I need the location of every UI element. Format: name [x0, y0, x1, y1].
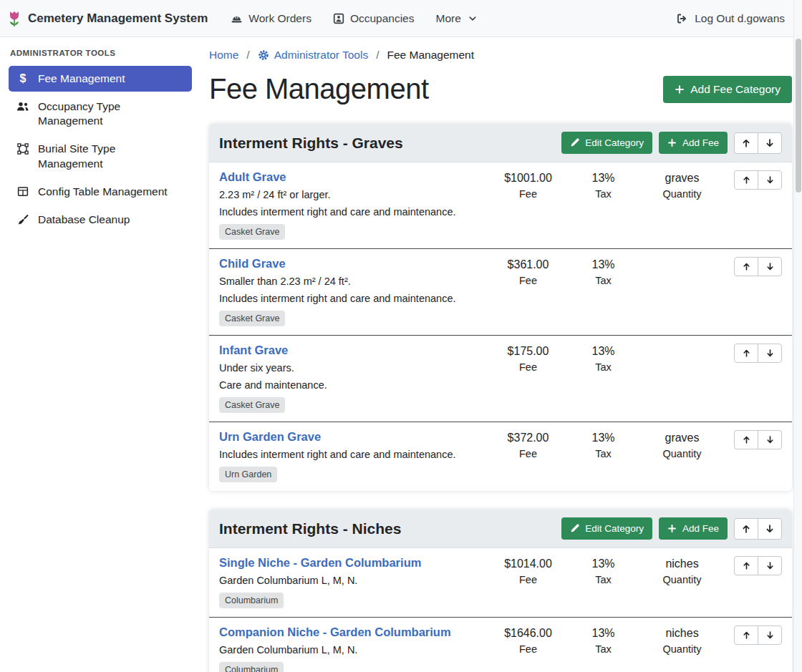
fee-details: Single Niche - Garden Columbarium Garden… — [219, 556, 491, 608]
arrow-up-icon — [742, 435, 751, 444]
fee-description: Smaller than 2.23 m² / 24 ft². — [219, 274, 483, 289]
move-fee-up-button[interactable] — [734, 257, 758, 276]
fee-name-link[interactable]: Infant Grave — [219, 344, 288, 357]
fee-tax-label: Tax — [566, 643, 641, 655]
fee-amount-cell: $175.00 Fee — [491, 344, 566, 373]
breadcrumb-administrator-tools[interactable]: Administrator Tools — [258, 49, 369, 62]
fee-tax-cell: 13% Tax — [566, 257, 641, 286]
tulip-logo-icon — [7, 9, 21, 28]
scrollbar-thumb[interactable] — [796, 39, 801, 193]
fee-details: Child Grave Smaller than 2.23 m² / 24 ft… — [219, 257, 491, 326]
app-brand[interactable]: Cemetery Management System — [7, 9, 208, 28]
arrow-up-icon — [741, 138, 751, 148]
sidebar-nav: $ Fee Management Occupancy Type Manageme… — [9, 66, 192, 233]
fee-amount-cell: $372.00 Fee — [491, 430, 566, 459]
breadcrumb: Home / Administrator Tools / Fee Managem… — [209, 49, 792, 62]
main-content: Home / Administrator Tools / Fee Managem… — [200, 37, 802, 672]
fee-amount-cell: $1014.00 Fee — [491, 556, 566, 585]
pencil-icon — [570, 524, 579, 533]
nav-occupancies[interactable]: Occupancies — [333, 12, 415, 25]
sidebar-item-database-cleanup[interactable]: Database Cleanup — [9, 207, 192, 233]
fee-tax: 13% — [566, 258, 641, 271]
move-fee-up-button[interactable] — [734, 556, 758, 575]
sidebar-item-burial-site-type-management[interactable]: Burial Site Type Management — [9, 136, 192, 176]
fee-type-badge: Casket Grave — [219, 224, 285, 240]
nav-more[interactable]: More — [436, 12, 477, 25]
fee-tax: 13% — [566, 557, 641, 570]
fee-quantity-label: Quantity — [641, 448, 723, 459]
add-fee-category-button[interactable]: Add Fee Category — [663, 76, 792, 103]
move-category-up-button[interactable] — [734, 132, 758, 154]
sidebar-item-occupancy-type-management[interactable]: Occupancy Type Management — [9, 94, 192, 134]
edit-category-button[interactable]: Edit Category — [561, 132, 652, 154]
fee-quantity: graves — [641, 432, 723, 444]
category-header: Interment Rights - Niches Edit Category … — [209, 510, 792, 548]
fee-reorder-buttons — [723, 344, 782, 363]
arrow-up-icon — [742, 175, 751, 185]
fee-quantity-label: Quantity — [641, 188, 723, 200]
fee-quantity-cell: graves Quantity — [641, 170, 723, 200]
nav-work-orders[interactable]: Work Orders — [231, 12, 311, 25]
page-title: Fee Management — [209, 73, 429, 105]
move-category-up-button[interactable] — [734, 518, 758, 540]
move-fee-down-button[interactable] — [758, 257, 782, 276]
logout-link[interactable]: Log Out d.gowans — [676, 12, 785, 25]
breadcrumb-home[interactable]: Home — [209, 49, 238, 62]
move-category-down-button[interactable] — [758, 132, 782, 154]
fee-quantity-cell: graves Quantity — [641, 430, 723, 459]
fee-amount-cell: $1646.00 Fee — [491, 625, 566, 655]
fee-details: Companion Niche - Garden Columbarium Gar… — [219, 625, 491, 672]
move-fee-up-button[interactable] — [734, 430, 758, 449]
fee-tax-cell: 13% Tax — [566, 625, 641, 655]
fee-quantity-cell: niches Quantity — [641, 625, 723, 655]
arrow-down-icon — [765, 175, 775, 185]
fee-row: Single Niche - Garden Columbarium Garden… — [209, 548, 792, 617]
fee-name-link[interactable]: Urn Garden Grave — [219, 430, 321, 444]
fee-name-link[interactable]: Single Niche - Garden Columbarium — [219, 556, 421, 570]
fee-tax: 13% — [566, 432, 641, 444]
fee-name-link[interactable]: Adult Grave — [219, 170, 286, 184]
fee-name-link[interactable]: Child Grave — [219, 257, 286, 271]
move-fee-up-button[interactable] — [734, 344, 758, 363]
move-fee-down-button[interactable] — [758, 556, 782, 575]
dollar-icon: $ — [16, 73, 30, 84]
fee-amount-label: Fee — [491, 361, 566, 373]
fee-quantity: niches — [641, 557, 723, 570]
gear-icon — [258, 49, 269, 61]
fee-tax-label: Tax — [566, 188, 641, 200]
add-fee-button[interactable]: Add Fee — [659, 132, 728, 154]
move-fee-down-button[interactable] — [758, 430, 782, 449]
fee-description: Garden Columbarium L, M, N. — [219, 573, 483, 588]
breadcrumb-current: Fee Management — [387, 49, 475, 62]
fee-type-badge: Urn Garden — [219, 467, 277, 482]
fee-amount: $372.00 — [491, 432, 566, 444]
hard-hat-icon — [231, 13, 243, 24]
fee-tax-label: Tax — [566, 275, 641, 286]
fee-amount: $1646.00 — [491, 627, 566, 640]
move-category-down-button[interactable] — [758, 518, 782, 540]
pencil-icon — [570, 138, 579, 147]
sidebar-item-fee-management[interactable]: $ Fee Management — [9, 66, 192, 92]
plus-icon — [675, 84, 685, 94]
move-fee-down-button[interactable] — [758, 170, 782, 190]
move-fee-up-button[interactable] — [734, 170, 758, 190]
main-nav: Work Orders Occupancies More — [231, 12, 477, 25]
fee-name-link[interactable]: Companion Niche - Garden Columbarium — [219, 625, 451, 639]
edit-category-button[interactable]: Edit Category — [561, 517, 652, 540]
arrow-down-icon — [765, 349, 775, 358]
fee-row: Infant Grave Under six years.Care and ma… — [209, 335, 792, 422]
fee-tax-cell: 13% Tax — [566, 170, 641, 200]
move-fee-down-button[interactable] — [758, 344, 782, 363]
fee-descriptions: Garden Columbarium L, M, N. — [219, 573, 483, 588]
move-fee-up-button[interactable] — [734, 625, 758, 645]
scrollbar[interactable] — [793, 0, 802, 672]
fee-tax-label: Tax — [566, 448, 641, 459]
fee-descriptions: Includes interment right and care and ma… — [219, 447, 483, 462]
move-fee-down-button[interactable] — [758, 625, 782, 645]
fee-quantity-label: Quantity — [641, 574, 723, 585]
add-fee-button[interactable]: Add Fee — [659, 517, 728, 540]
breadcrumb-separator: / — [376, 49, 379, 62]
sidebar-item-config-table-management[interactable]: Config Table Management — [9, 179, 192, 205]
fee-amount-label: Fee — [491, 448, 566, 459]
arrow-down-icon — [765, 138, 775, 148]
